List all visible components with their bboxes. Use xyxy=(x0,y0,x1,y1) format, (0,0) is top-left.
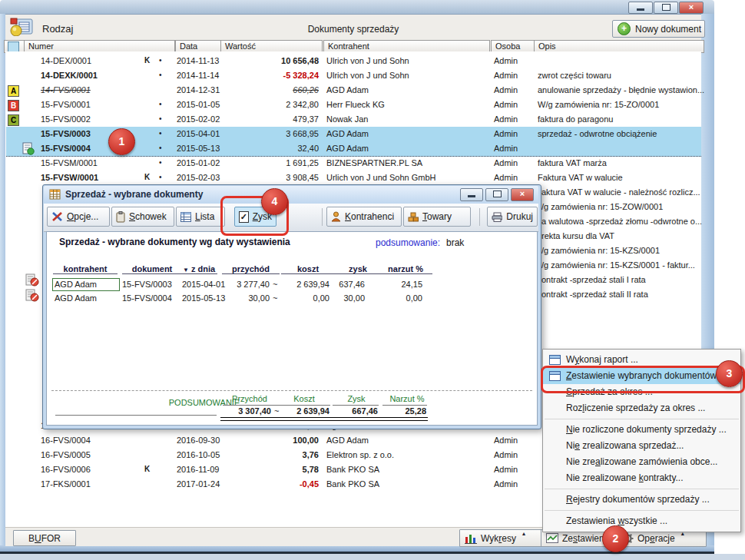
dialog-titlebar[interactable]: Sprzedaż - wybrane dokumenty × xyxy=(44,186,538,204)
minimize-button[interactable] xyxy=(628,2,653,14)
cell-opis: ontrakt -sprzedaż stali I rata xyxy=(541,275,646,284)
dialog-col-zysk[interactable]: zysk xyxy=(333,264,383,274)
close-icon: × xyxy=(520,189,525,198)
towary-button[interactable]: Towary xyxy=(403,207,471,227)
cell-opis: /g zamówienia nr: 15-KZS/0001 - faktur..… xyxy=(541,260,695,270)
opcje-button[interactable]: Opcje... xyxy=(47,207,110,227)
maximize-button[interactable] xyxy=(654,2,678,14)
dialog-col-kontrahent[interactable]: kontrahent xyxy=(53,264,118,274)
dialog-col-zdnia[interactable]: ▼ z dnia xyxy=(180,264,217,274)
cell-osoba: Admin xyxy=(494,173,518,182)
dialog-col-narzut[interactable]: narzut % xyxy=(379,264,432,274)
bar-chart-icon xyxy=(465,533,477,544)
select-all-checkbox[interactable] xyxy=(8,41,19,52)
dialog-col-dokument[interactable]: dokument xyxy=(122,264,182,274)
menu-separator xyxy=(545,419,739,419)
menu-item-nie-rozliczone-dokumenty[interactable]: Nie rozliczone dokumenty sprzedaży ... xyxy=(543,422,740,438)
cell-kontrahent: Ulrich von J und Sohn xyxy=(326,71,409,80)
cell-numer: 16-FVS/0006 xyxy=(41,465,91,474)
menu-item-nie-zrealizowane-kontrakty[interactable]: Nie zrealizowane kontrakty... xyxy=(543,470,740,486)
cell-osoba: Admin xyxy=(494,465,518,474)
cell-opis: rekta kursu dla VAT xyxy=(541,231,614,240)
dialog-cell-narzut: 0,00 xyxy=(369,293,422,303)
cell-dot-flag: • xyxy=(159,129,162,138)
table-row[interactable]: 15-FVSM/0001 • 2015-01-02 1 691,25 BIZNE… xyxy=(6,156,701,171)
cell-data: 2015-02-02 xyxy=(177,114,220,124)
rodzaj-label[interactable]: Rodzaj xyxy=(42,23,73,35)
footer-koszt-label: Koszt xyxy=(276,394,332,403)
report-window-icon xyxy=(549,355,561,365)
menu-item-nie-zrealizowane-zamowienia[interactable]: Nie zrealizowane zamówienia obce... xyxy=(543,454,740,470)
cell-osoba: Admin xyxy=(494,436,518,445)
minimize-icon xyxy=(468,195,475,197)
footer-label-underline xyxy=(276,405,330,406)
lista-button[interactable]: Lista xyxy=(176,207,225,227)
kontrahenci-button[interactable]: Kontrahenci xyxy=(326,207,402,227)
dialog-table-icon xyxy=(49,189,61,200)
cell-osoba: Admin xyxy=(494,56,518,65)
cell-data: 2016-09-30 xyxy=(177,436,220,445)
cell-kontrahent: Urlich von J und Sohn GmbH xyxy=(326,173,435,182)
cell-numer: 15-FVSW/0001 xyxy=(41,173,98,182)
menu-item-nie-zrealizowana-sprzedaz[interactable]: Nie zrealizowana sprzedaż... xyxy=(543,438,740,454)
dialog-maximize-button[interactable] xyxy=(485,188,508,201)
goods-boxes-icon xyxy=(408,212,419,222)
bufor-button[interactable]: BUFOR xyxy=(13,530,76,546)
dialog-col-koszt[interactable]: koszt xyxy=(281,264,335,274)
window-border-left xyxy=(0,14,5,545)
cell-wartosc: 2 342,80 xyxy=(217,100,319,109)
cell-opis: faktura VAT marża xyxy=(538,158,607,167)
dialog-minimize-button[interactable] xyxy=(460,188,483,201)
maximize-icon xyxy=(662,4,670,11)
cell-kontrahent: BIZNESPARTNER.PL SA xyxy=(326,158,422,167)
cell-osoba: Admin xyxy=(494,144,518,153)
wykresy-button[interactable]: Wykresy ▴ xyxy=(459,529,547,547)
table-row[interactable]: B 15-FVS/0001 • 2015-01-05 2 342,80 Herr… xyxy=(6,98,701,112)
documents-folder-icon xyxy=(9,18,34,36)
table-row[interactable]: 14-DEXK/0001 • 2014-11-14 -5 328,24 Ulri… xyxy=(6,68,701,83)
menu-item-rejestry-dokumentow[interactable]: Rejestry dokumentów sprzedaży ... xyxy=(543,492,740,508)
cell-osoba: Admin xyxy=(494,450,518,459)
menu-item-rozliczenie-sprzedazy[interactable]: Rozliczenie sprzedaży za okres ... xyxy=(543,400,740,416)
dialog-title: Sprzedaż - wybrane dokumenty xyxy=(65,189,203,200)
footer-double-underline xyxy=(369,417,428,421)
dialog-close-button[interactable]: × xyxy=(511,188,534,201)
table-row[interactable]: 14-DEX/0001 K • 2014-11-13 10 656,48 Ulr… xyxy=(6,54,701,68)
cell-wartosc: 660,26 xyxy=(217,85,319,94)
cell-numer: 15-FVSM/0001 xyxy=(41,158,98,167)
table-row[interactable]: C 15-FVS/0002 • 2015-02-02 479,37 Nowak … xyxy=(6,112,701,127)
dialog-cell-dokument: 15-FVS/0003 xyxy=(122,280,172,289)
cell-wartosc: 3 668,95 xyxy=(217,129,319,138)
cell-opis: /g zamówienia nr: 15-KZS/0001 xyxy=(541,246,660,255)
main-window-titlebar[interactable]: × xyxy=(0,0,714,15)
dialog-cell-kontrahent[interactable]: AGD Adam xyxy=(55,293,97,303)
cell-opis: sprzedaż - odwrotne obciążenie xyxy=(538,129,657,138)
podsumowanie-value: brak xyxy=(446,237,464,248)
table-row[interactable]: 15-FVSW/0001 K • 2015-02-03 3 908,45 Url… xyxy=(6,171,701,185)
cell-opis: zwrot części towaru xyxy=(538,71,611,80)
new-document-button[interactable]: + Nowy dokument xyxy=(612,20,705,38)
cell-osoba: Admin xyxy=(494,71,518,80)
table-row[interactable]: A 14-FVS/0001 2014-12-31 660,26 AGD Adam… xyxy=(6,83,701,98)
footer-zysk-label: Zysk xyxy=(329,394,384,403)
drukuj-button[interactable]: Drukuj xyxy=(487,207,538,227)
annotation-step-2: 2 xyxy=(602,525,629,552)
menu-item-zestawienia-wszystkie[interactable]: Zestawienia wszystkie ... xyxy=(543,513,740,529)
close-icon: × xyxy=(689,2,694,12)
dialog-cell-przychod: 3 277,40 xyxy=(213,280,270,289)
cell-kontrahent: Nowak Jan xyxy=(326,114,368,124)
screen: × Rodzaj Dokumenty sprzedaży + Nowy doku… xyxy=(0,0,745,560)
dialog-heading: Sprzedaż - wybrane dokumenty wg daty wys… xyxy=(59,237,290,247)
dialog-col-przychod[interactable]: przychód xyxy=(222,264,280,274)
dialog-toolbar: Opcje... Schowek Lista ✓ xyxy=(44,204,538,232)
schowek-button[interactable]: Schowek xyxy=(111,207,174,227)
cell-dot-flag: • xyxy=(159,114,162,123)
annotation-step-1: 1 xyxy=(108,128,135,155)
opcje-label: Opcje... xyxy=(67,211,98,222)
dialog-cell-kontrahent[interactable]: AGD Adam xyxy=(55,280,97,289)
close-button[interactable]: × xyxy=(679,2,704,14)
cell-opis: ontrakt -sprzedaż stali II rata xyxy=(541,290,648,299)
document-blocked-icon xyxy=(25,273,40,287)
cell-kontrahent: Bank PKO SA xyxy=(326,479,379,489)
bufor-label: BUFOR xyxy=(28,533,61,544)
